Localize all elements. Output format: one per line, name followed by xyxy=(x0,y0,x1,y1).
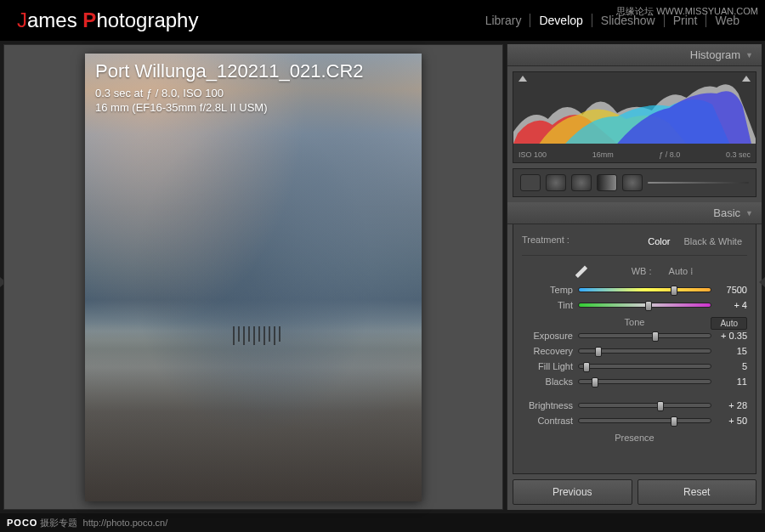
basic-panel: Basic▼ Treatment : Color Black & White W… xyxy=(507,202,762,474)
wb-preset-dropdown[interactable]: Auto ⁞ xyxy=(669,266,694,277)
slider-thumb[interactable] xyxy=(583,362,590,372)
slider-thumb[interactable] xyxy=(671,416,677,427)
recovery-slider[interactable] xyxy=(578,348,711,354)
redeye-tool-icon[interactable] xyxy=(571,174,592,191)
footer-brand: POCO xyxy=(7,518,37,528)
tint-slider[interactable] xyxy=(578,303,711,308)
tint-label: Tint xyxy=(522,300,573,310)
contrast-row: Contrast + 50 xyxy=(522,416,747,426)
exposure-slider[interactable] xyxy=(578,333,711,338)
photo-metadata-overlay: Port Willunga_120211_021.CR2 0.3 sec at … xyxy=(95,60,364,116)
tool-strip xyxy=(513,168,756,197)
exposure-row: Exposure + 0.35 xyxy=(522,331,747,341)
module-develop[interactable]: Develop xyxy=(530,14,591,27)
blacks-value[interactable]: 11 xyxy=(717,376,747,387)
contrast-slider[interactable] xyxy=(578,418,711,423)
brand-rest: hotography xyxy=(96,8,198,31)
exposure-label: Exposure xyxy=(522,331,573,341)
tone-subhead: Tone Auto xyxy=(522,317,747,327)
collapse-icon: ▼ xyxy=(745,51,753,59)
brightness-slider[interactable] xyxy=(578,403,711,408)
temp-row: Temp 7500 xyxy=(522,285,747,295)
main-area: Port Willunga_120211_021.CR2 0.3 sec at … xyxy=(0,41,765,513)
reset-button[interactable]: Reset xyxy=(638,479,757,505)
spot-tool-icon[interactable] xyxy=(546,174,566,191)
basic-title: Basic xyxy=(713,207,740,219)
right-panel-collapse-icon[interactable] xyxy=(759,277,765,287)
filllight-slider[interactable] xyxy=(578,364,711,369)
brand-ames: ames xyxy=(27,8,82,31)
brush-size-indicator xyxy=(648,182,749,184)
histo-focal[interactable]: 16mm xyxy=(592,150,614,159)
filllight-label: Fill Light xyxy=(522,361,573,371)
blacks-label: Blacks xyxy=(522,376,573,387)
histogram-display[interactable]: ISO 100 16mm ƒ / 8.0 0.3 sec xyxy=(513,71,756,163)
action-button-row: Previous Reset xyxy=(507,474,762,510)
previous-button[interactable]: Previous xyxy=(513,479,632,505)
right-panel: Histogram▼ ISO 100 16mm ƒ / 8.0 0.3 sec xyxy=(507,44,762,510)
treatment-color[interactable]: Color xyxy=(643,235,675,248)
footer-bar: POCO 摄影专题 http://photo.poco.cn/ xyxy=(0,513,765,532)
watermark-top: 思缘论坛 WWW.MISSYUAN.COM xyxy=(616,5,758,18)
collapse-icon: ▼ xyxy=(745,209,753,218)
photo-exif-line2: 16 mm (EF16-35mm f/2.8L II USM) xyxy=(95,100,364,116)
tint-row: Tint + 4 xyxy=(522,300,747,310)
brand-p: P xyxy=(82,8,96,31)
wb-row: WB : Auto ⁞ xyxy=(522,264,747,278)
contrast-value[interactable]: + 50 xyxy=(717,416,747,426)
recovery-value[interactable]: 15 xyxy=(717,346,747,356)
blacks-row: Blacks 11 xyxy=(522,376,747,387)
identity-plate: James Photography xyxy=(17,8,198,32)
basic-header[interactable]: Basic▼ xyxy=(507,202,762,224)
footer-sub: 摄影专题 xyxy=(40,517,77,529)
recovery-label: Recovery xyxy=(522,346,573,356)
exposure-value[interactable]: + 0.35 xyxy=(717,331,747,341)
brightness-row: Brightness + 28 xyxy=(522,400,747,410)
footer-url: http://photo.poco.cn/ xyxy=(83,518,168,528)
canvas-area: Port Willunga_120211_021.CR2 0.3 sec at … xyxy=(3,44,503,510)
temp-slider[interactable] xyxy=(578,287,711,292)
brightness-label: Brightness xyxy=(522,400,573,410)
recovery-row: Recovery 15 xyxy=(522,346,747,356)
presence-subhead: Presence xyxy=(522,433,747,443)
brightness-value[interactable]: + 28 xyxy=(717,400,747,410)
slider-thumb[interactable] xyxy=(652,331,659,342)
brand-j: J xyxy=(17,8,27,31)
tint-value[interactable]: + 4 xyxy=(717,300,747,310)
crop-tool-icon[interactable] xyxy=(520,174,541,191)
filllight-value[interactable]: 5 xyxy=(717,361,747,371)
contrast-label: Contrast xyxy=(522,416,573,426)
treatment-row: Treatment : Color Black & White xyxy=(522,231,747,256)
tone-auto-button[interactable]: Auto xyxy=(711,317,747,330)
photo-preview[interactable]: Port Willunga_120211_021.CR2 0.3 sec at … xyxy=(85,54,422,501)
slider-thumb[interactable] xyxy=(592,377,598,388)
slider-thumb[interactable] xyxy=(595,347,602,357)
filllight-row: Fill Light 5 xyxy=(522,361,747,371)
module-library[interactable]: Library xyxy=(477,14,530,27)
blacks-slider[interactable] xyxy=(578,379,711,384)
histo-aperture[interactable]: ƒ / 8.0 xyxy=(659,150,680,159)
treatment-bw[interactable]: Black & White xyxy=(679,235,747,248)
wb-label: WB : xyxy=(632,266,652,276)
temp-value[interactable]: 7500 xyxy=(717,285,747,295)
gradient-tool-icon[interactable] xyxy=(597,174,617,191)
slider-thumb[interactable] xyxy=(657,401,664,411)
basic-body: Treatment : Color Black & White WB : Aut… xyxy=(513,224,756,474)
histo-shutter[interactable]: 0.3 sec xyxy=(726,150,751,159)
histogram-graph xyxy=(513,72,756,144)
temp-label: Temp xyxy=(522,285,573,295)
slider-thumb[interactable] xyxy=(671,286,677,296)
photo-content-pylons xyxy=(233,326,280,345)
histogram-labels: ISO 100 16mm ƒ / 8.0 0.3 sec xyxy=(513,149,756,161)
histogram-title: Histogram xyxy=(690,48,740,61)
brush-tool-icon[interactable] xyxy=(622,174,643,191)
photo-exif-line1: 0.3 sec at ƒ / 8.0, ISO 100 xyxy=(95,86,364,101)
shadow-clip-icon[interactable] xyxy=(518,76,527,82)
highlight-clip-icon[interactable] xyxy=(742,76,751,82)
wb-dropper-icon[interactable] xyxy=(575,264,589,278)
histo-iso[interactable]: ISO 100 xyxy=(518,150,547,159)
treatment-label: Treatment : xyxy=(522,235,570,248)
histogram-header[interactable]: Histogram▼ xyxy=(507,44,762,66)
photo-filename: Port Willunga_120211_021.CR2 xyxy=(95,60,364,82)
slider-thumb[interactable] xyxy=(645,301,652,311)
